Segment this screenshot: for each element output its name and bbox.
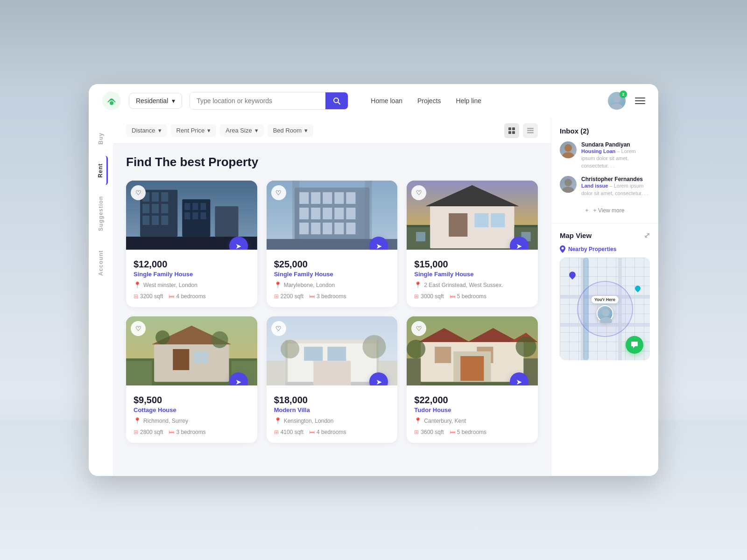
svg-rect-39 <box>346 192 355 204</box>
inbox-preview: Land issue – Lorem ipsum dolor sit amet,… <box>581 182 650 197</box>
main-layout: Buy Rent Suggestion Account Distance ▾ R… <box>89 118 658 476</box>
svg-rect-29 <box>192 212 198 219</box>
svg-rect-23 <box>161 216 168 225</box>
nav-projects[interactable]: Projects <box>417 97 441 105</box>
property-card: ♡ ➤ $15,000 Single Family House 📍 2 East… <box>407 181 538 307</box>
dropdown-chevron-icon: ▾ <box>172 97 175 105</box>
card-image: ♡ ➤ <box>407 181 538 250</box>
svg-rect-37 <box>323 192 332 204</box>
wishlist-button[interactable]: ♡ <box>131 321 146 336</box>
area-stat: ⊞ 3600 sqft <box>414 429 444 435</box>
expand-map-button[interactable]: ⤢ <box>644 231 650 240</box>
area-stat: ⊞ 3200 sqft <box>134 293 163 300</box>
inbox-item[interactable]: Christopher Fernandes Land issue – Lorem… <box>560 176 650 197</box>
card-body: $9,500 Cottage House 📍 Richmond, Surrey … <box>126 385 257 443</box>
wishlist-button[interactable]: ♡ <box>271 185 286 200</box>
chat-icon <box>630 341 639 349</box>
search-input[interactable] <box>190 92 325 109</box>
svg-point-106 <box>602 309 610 316</box>
bed-room-filter[interactable]: Bed Room ▾ <box>268 124 313 137</box>
svg-rect-69 <box>194 351 208 363</box>
area-stat: ⊞ 4100 sqft <box>274 429 303 435</box>
svg-rect-9 <box>512 131 515 134</box>
svg-point-85 <box>281 340 299 358</box>
area-icon: ⊞ <box>274 429 279 435</box>
svg-point-99 <box>407 340 425 358</box>
map-pin-icon <box>560 245 565 253</box>
card-image: ♡ ➤ <box>267 181 398 250</box>
area-size-filter[interactable]: Area Size ▾ <box>220 124 263 137</box>
nav-links: Home loan Projects Help line <box>371 97 481 105</box>
sidebar-tab-account[interactable]: Account <box>95 243 107 283</box>
grid-icon <box>508 127 515 134</box>
card-image: ♡ ➤ <box>126 316 257 385</box>
area-stat: ⊞ 2800 sqft <box>134 429 163 435</box>
dropdown-label: Residential <box>136 97 168 105</box>
svg-rect-17 <box>161 192 168 202</box>
card-location: 📍 Marylebone, London <box>274 281 390 288</box>
svg-rect-44 <box>346 208 355 219</box>
card-type: Cottage House <box>134 406 250 413</box>
list-view-toggle[interactable] <box>523 123 538 138</box>
card-type: Modern Villa <box>274 406 390 413</box>
inbox-content-1: Sundara Pandiyan Housing Loan – Lorem ip… <box>581 141 650 169</box>
area-icon: ⊞ <box>134 429 138 435</box>
svg-point-104 <box>562 187 574 193</box>
card-location: 📍 Richmond, Surrey <box>134 417 250 424</box>
svg-point-71 <box>211 331 228 348</box>
grid-view-toggle[interactable] <box>504 123 519 138</box>
svg-point-1 <box>110 101 113 105</box>
location-pin-icon: 📍 <box>274 281 282 288</box>
wishlist-button[interactable]: ♡ <box>131 185 146 200</box>
svg-point-0 <box>102 91 121 110</box>
sidebar-tab-suggestion[interactable]: Suggestion <box>95 189 107 238</box>
svg-rect-30 <box>200 212 206 219</box>
property-grid: ♡ ➤ $12,000 Single Family House 📍 West m… <box>126 181 538 443</box>
svg-point-105 <box>562 247 564 249</box>
wishlist-button[interactable]: ♡ <box>271 321 286 336</box>
nav-home-loan[interactable]: Home loan <box>371 97 402 105</box>
view-toggles <box>504 123 538 138</box>
property-type-dropdown[interactable]: Residential ▾ <box>129 93 182 109</box>
sidebar-tab-rent[interactable]: Rent <box>94 156 108 185</box>
card-price: $22,000 <box>414 395 530 406</box>
svg-point-86 <box>362 335 386 358</box>
sidebar-tab-buy[interactable]: Buy <box>95 125 107 152</box>
svg-rect-79 <box>327 347 346 361</box>
chevron-down-icon: ▾ <box>304 127 308 134</box>
search-button[interactable] <box>325 92 348 109</box>
card-price: $12,000 <box>134 259 250 270</box>
svg-rect-62 <box>416 232 425 241</box>
card-price: $15,000 <box>414 259 530 270</box>
svg-rect-35 <box>299 192 309 204</box>
svg-rect-22 <box>152 216 159 225</box>
svg-rect-49 <box>346 223 355 234</box>
card-type: Single Family House <box>274 271 390 278</box>
search-icon <box>333 97 340 105</box>
svg-rect-93 <box>435 347 451 363</box>
logo <box>102 91 121 111</box>
you-here-label: You'r Here <box>591 296 619 303</box>
card-price: $25,000 <box>274 259 390 270</box>
view-more-button[interactable]: + + View more <box>560 203 650 216</box>
user-avatar-wrapper[interactable]: 2 <box>608 92 626 110</box>
menu-icon[interactable] <box>635 98 645 104</box>
card-price: $9,500 <box>134 395 250 406</box>
svg-rect-21 <box>142 216 149 225</box>
section-title: Find The best Property <box>126 155 538 169</box>
header: Residential ▾ Home loan Projects Help li… <box>89 84 658 118</box>
inbox-title: Inbox (2) <box>560 127 650 135</box>
area-icon: ⊞ <box>414 293 419 300</box>
card-body: $25,000 Single Family House 📍 Marylebone… <box>267 250 398 307</box>
nav-helpline[interactable]: Help line <box>456 97 481 105</box>
location-pin-icon: 📍 <box>414 281 422 288</box>
svg-rect-20 <box>161 204 168 213</box>
bed-icon: 🛏 <box>450 293 455 300</box>
chat-fab-button[interactable] <box>626 336 643 354</box>
distance-filter[interactable]: Distance ▾ <box>126 124 167 137</box>
inbox-item[interactable]: Sundara Pandiyan Housing Loan – Lorem ip… <box>560 141 650 169</box>
svg-rect-38 <box>334 192 344 204</box>
card-stats: ⊞ 3000 sqft 🛏 5 bedrooms <box>414 293 530 300</box>
svg-rect-19 <box>152 204 159 213</box>
rent-price-filter[interactable]: Rent Price ▾ <box>171 124 217 137</box>
